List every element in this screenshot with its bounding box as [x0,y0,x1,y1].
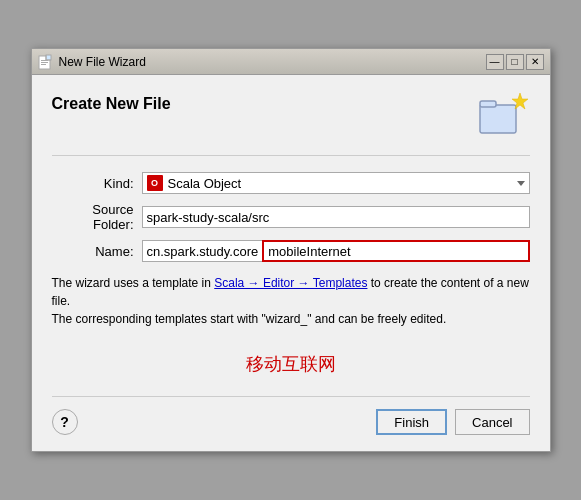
kind-control-wrapper: O Scala Object [142,172,530,194]
header-section: Create New File [52,91,530,156]
name-input-wrapper: cn.spark.study.core [142,240,530,262]
finish-button[interactable]: Finish [376,409,447,435]
name-label: Name: [52,244,142,259]
title-text: New File Wizard [59,55,146,69]
wizard-icon [478,91,530,143]
title-bar-left: New File Wizard [38,54,146,70]
title-bar-icon [38,54,54,70]
button-row: ? Finish Cancel [52,396,530,435]
name-prefix: cn.spark.study.core [142,240,263,262]
svg-rect-6 [480,101,496,107]
title-bar: New File Wizard — □ ✕ [32,49,550,75]
watermark-text: 移动互联网 [52,352,530,376]
name-row: Name: cn.spark.study.core [52,240,530,262]
page-title: Create New File [52,91,171,113]
dialog-window: New File Wizard — □ ✕ Create New File [31,48,551,452]
kind-label: Kind: [52,176,142,191]
description-line1: The wizard uses a template in [52,276,215,290]
window-content: Create New File Kind: O Scala Object [32,75,550,451]
svg-rect-4 [41,64,46,65]
svg-rect-1 [46,55,51,60]
source-folder-row: Source Folder: [52,202,530,232]
source-folder-label: Source Folder: [52,202,142,232]
svg-rect-2 [41,60,48,61]
action-buttons: Finish Cancel [376,409,529,435]
source-folder-input[interactable] [142,206,530,228]
svg-rect-5 [480,105,516,133]
title-bar-buttons: — □ ✕ [486,54,544,70]
kind-row: Kind: O Scala Object [52,172,530,194]
kind-dropdown[interactable]: O Scala Object [142,172,530,194]
svg-rect-3 [41,62,48,63]
cancel-button[interactable]: Cancel [455,409,529,435]
templates-link[interactable]: Scala → Editor → Templates [214,276,367,290]
maximize-button[interactable]: □ [506,54,524,70]
help-button[interactable]: ? [52,409,78,435]
dropdown-arrow-icon [517,181,525,186]
scala-object-icon: O [147,175,163,191]
kind-value: Scala Object [168,176,242,191]
minimize-button[interactable]: — [486,54,504,70]
close-button[interactable]: ✕ [526,54,544,70]
description-text: The wizard uses a template in Scala → Ed… [52,274,530,328]
name-suffix-input[interactable] [262,240,529,262]
description-line3: The corresponding templates start with "… [52,312,447,326]
source-folder-control-wrapper [142,206,530,228]
